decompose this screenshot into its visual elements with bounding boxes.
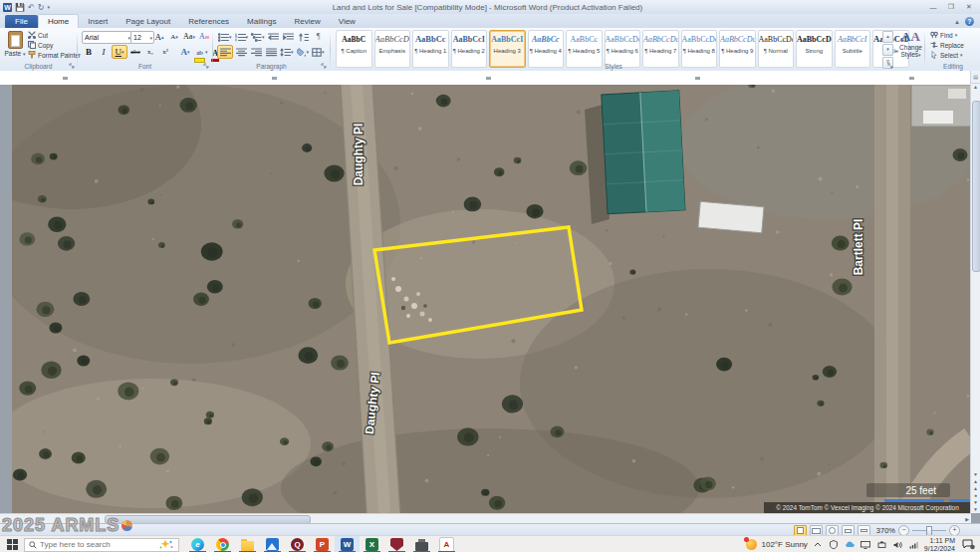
find-button[interactable]: Find▾ <box>930 30 964 40</box>
tab-insert[interactable]: Insert <box>79 15 117 28</box>
taskbar-app-word-active[interactable]: W <box>335 536 360 552</box>
taskbar-app-acrobat[interactable]: A <box>434 536 459 552</box>
borders-button[interactable]: ▾ <box>311 46 326 58</box>
next-page-icon[interactable]: ▼▼ <box>971 499 980 513</box>
taskbar-clock[interactable]: 1:11 PM 9/12/2024 <box>924 537 955 552</box>
network-signal-icon[interactable] <box>908 539 919 550</box>
tab-references[interactable]: References <box>179 15 238 28</box>
minimize-button[interactable]: — <box>925 2 941 12</box>
font-dialog-launcher-icon[interactable] <box>203 63 209 69</box>
hidden-icons-chevron[interactable] <box>813 539 824 550</box>
search-input[interactable] <box>40 540 155 549</box>
styles-scroll-up-icon[interactable]: ▴ <box>882 31 893 43</box>
tab-page-layout[interactable]: Page Layout <box>117 15 179 28</box>
action-center-icon[interactable] <box>960 539 976 550</box>
view-ruler-toggle-icon[interactable]: ▤ <box>971 71 980 84</box>
font-group-label: Font <box>138 63 151 70</box>
taskbar-app-chrome[interactable] <box>210 536 235 552</box>
help-icon[interactable]: ? <box>965 17 974 26</box>
select-button[interactable]: Select▾ <box>930 50 964 60</box>
italic-button[interactable]: I <box>97 46 111 58</box>
taskbar-app-edge[interactable]: e <box>185 536 210 552</box>
align-right-button[interactable] <box>249 46 263 58</box>
justify-button[interactable] <box>264 46 278 58</box>
restore-button[interactable]: ❐ <box>943 2 959 12</box>
undo-icon[interactable]: ↶ <box>28 3 35 12</box>
strikethrough-button[interactable]: abc <box>128 46 142 58</box>
shrink-font-button[interactable]: A▾ <box>167 31 181 43</box>
close-button[interactable]: ✕ <box>961 2 977 12</box>
change-styles-button[interactable]: AA Change Styles▾ <box>897 30 924 58</box>
line-spacing-button[interactable]: ▾ <box>279 46 295 58</box>
tab-mailings[interactable]: Mailings <box>238 15 285 28</box>
show-hide-pilcrow-button[interactable]: ¶ <box>312 31 326 43</box>
align-center-button[interactable] <box>234 46 248 58</box>
zoom-level[interactable]: 370% <box>876 526 895 535</box>
text-effects-button[interactable]: A▾ <box>178 46 192 58</box>
grow-font-button[interactable]: A▴ <box>152 31 166 43</box>
minimize-ribbon-icon[interactable]: ▲ <box>954 19 960 25</box>
scroll-up-icon[interactable]: ▲ <box>971 84 980 91</box>
display-network-icon[interactable] <box>860 539 871 550</box>
paste-button[interactable]: Paste ▾ <box>3 30 27 64</box>
window-title: Land and Lots for Sale [Compatibility Mo… <box>50 3 925 12</box>
cut-button[interactable]: Cut <box>28 30 81 40</box>
styles-scroll-down-icon[interactable]: ▾ <box>882 44 893 56</box>
numbering-button[interactable]: ▾ <box>234 31 250 43</box>
bullets-button[interactable]: ▾ <box>217 31 233 43</box>
sort-button[interactable] <box>297 31 311 43</box>
font-family-select[interactable]: Arial▾ <box>82 31 132 44</box>
browse-object-icon[interactable]: ● <box>971 492 980 499</box>
save-icon[interactable]: 💾 <box>15 3 25 12</box>
font-size-select[interactable]: 12▾ <box>130 31 154 44</box>
weather-text[interactable]: 102°F Sunny <box>762 540 808 549</box>
taskbar-app-quickbooks[interactable]: Q <box>285 536 310 552</box>
highlight-color-button[interactable]: ab▾ <box>193 46 209 58</box>
volume-icon[interactable] <box>892 539 903 550</box>
horizontal-ruler[interactable] <box>0 71 971 86</box>
tab-review[interactable]: Review <box>285 15 329 28</box>
format-painter-button[interactable]: Format Painter <box>28 50 81 60</box>
onedrive-icon[interactable] <box>845 539 856 550</box>
bold-button[interactable]: B <box>82 46 96 58</box>
scroll-right-icon[interactable]: ▶ <box>965 515 969 523</box>
underline-button[interactable]: U▾ <box>112 45 127 59</box>
subscript-button[interactable]: x₂ <box>143 46 157 58</box>
shield-tray-icon[interactable] <box>829 539 840 550</box>
taskbar-app-photos[interactable] <box>260 536 285 552</box>
word-logo-icon[interactable]: W <box>3 3 12 12</box>
clipboard-group: Paste ▾ Cut Copy Format Painter Clipboar… <box>0 28 77 70</box>
tab-home[interactable]: Home <box>38 14 79 28</box>
increase-indent-button[interactable] <box>282 31 296 43</box>
multilevel-list-button[interactable]: ▾ <box>250 31 266 43</box>
redo-icon[interactable]: ↻ <box>38 3 45 12</box>
taskbar-app-file-explorer[interactable] <box>235 536 260 552</box>
vertical-scroll-thumb[interactable] <box>972 101 980 272</box>
scroll-down-icon[interactable]: ▼ <box>971 471 980 478</box>
taskbar-search[interactable] <box>24 538 179 552</box>
copy-icon <box>28 41 36 49</box>
styles-dialog-launcher-icon[interactable] <box>887 63 893 69</box>
superscript-button[interactable]: x² <box>158 46 172 58</box>
replace-button[interactable]: Replace <box>930 40 964 50</box>
zoom-slider[interactable] <box>912 530 946 531</box>
tab-file[interactable]: File <box>5 15 38 28</box>
start-button[interactable] <box>0 536 24 552</box>
paragraph-dialog-launcher-icon[interactable] <box>321 63 327 69</box>
taskbar-app-excel[interactable]: X <box>360 536 384 552</box>
taskbar-app-fax[interactable] <box>409 536 434 552</box>
weather-sun-icon[interactable] <box>746 539 757 550</box>
aerial-photo[interactable]: Daughty Pl Daughty Pl Bartlett Pl 25 fee… <box>12 85 971 513</box>
vertical-scrollbar[interactable]: ▤ ▲ ▼ ▲▲ ● ▼▼ <box>970 71 980 513</box>
tab-view[interactable]: View <box>330 15 365 28</box>
shading-button[interactable]: ▾ <box>296 46 311 58</box>
taskbar-app-powerpoint[interactable]: P <box>310 536 335 552</box>
decrease-indent-button[interactable] <box>267 31 281 43</box>
clipboard-dialog-launcher-icon[interactable] <box>69 63 75 69</box>
taskbar-app-security[interactable] <box>384 536 409 552</box>
top-right-building <box>911 85 971 127</box>
copy-button[interactable]: Copy <box>28 40 81 50</box>
previous-page-icon[interactable]: ▲▲ <box>971 478 980 492</box>
align-left-button[interactable] <box>217 45 233 59</box>
usb-icon[interactable] <box>876 539 887 550</box>
